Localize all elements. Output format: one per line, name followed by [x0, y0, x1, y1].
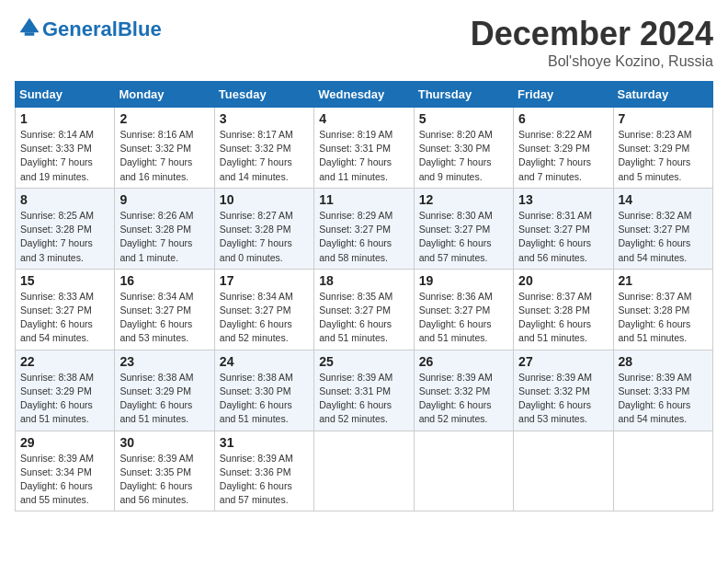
calendar-header-row: SundayMondayTuesdayWednesdayThursdayFrid… [16, 82, 713, 108]
day-info: Sunrise: 8:34 AMSunset: 3:27 PMDaylight:… [220, 290, 309, 346]
header-day-tuesday: Tuesday [214, 82, 313, 108]
calendar-table: SundayMondayTuesdayWednesdayThursdayFrid… [15, 81, 713, 511]
day-info: Sunrise: 8:37 AMSunset: 3:28 PMDaylight:… [518, 290, 608, 346]
day-info: Sunrise: 8:39 AMSunset: 3:36 PMDaylight:… [220, 452, 309, 508]
day-number: 25 [319, 354, 408, 369]
calendar-cell: 5Sunrise: 8:20 AMSunset: 3:30 PMDaylight… [414, 108, 513, 189]
calendar-cell [414, 431, 513, 511]
calendar-cell: 7Sunrise: 8:23 AMSunset: 3:29 PMDaylight… [613, 108, 712, 189]
day-info: Sunrise: 8:37 AMSunset: 3:28 PMDaylight:… [619, 290, 708, 346]
day-number: 21 [619, 273, 708, 288]
logo-text: GeneralBlue [42, 18, 162, 40]
month-title: December 2024 [471, 15, 713, 53]
day-info: Sunrise: 8:26 AMSunset: 3:28 PMDaylight:… [119, 209, 209, 265]
header: GeneralBlue December 2024 Bol'shoye Kozi… [15, 15, 713, 70]
day-number: 16 [119, 273, 209, 288]
day-info: Sunrise: 8:39 AMSunset: 3:32 PMDaylight:… [419, 371, 508, 427]
calendar-week-row: 15Sunrise: 8:33 AMSunset: 3:27 PMDayligh… [16, 269, 713, 350]
calendar-cell: 20Sunrise: 8:37 AMSunset: 3:28 PMDayligh… [514, 269, 613, 350]
day-info: Sunrise: 8:35 AMSunset: 3:27 PMDaylight:… [319, 290, 408, 346]
day-number: 8 [20, 192, 109, 207]
calendar-cell: 19Sunrise: 8:36 AMSunset: 3:27 PMDayligh… [414, 269, 513, 350]
day-number: 11 [319, 192, 408, 207]
calendar-cell: 1Sunrise: 8:14 AMSunset: 3:33 PMDaylight… [16, 108, 115, 189]
calendar-cell: 18Sunrise: 8:35 AMSunset: 3:27 PMDayligh… [314, 269, 414, 350]
day-number: 7 [619, 111, 708, 126]
day-info: Sunrise: 8:36 AMSunset: 3:27 PMDaylight:… [419, 290, 508, 346]
calendar-cell [514, 431, 613, 511]
day-info: Sunrise: 8:19 AMSunset: 3:31 PMDaylight:… [319, 128, 408, 184]
day-number: 26 [419, 354, 508, 369]
calendar-week-row: 1Sunrise: 8:14 AMSunset: 3:33 PMDaylight… [16, 108, 713, 189]
header-day-friday: Friday [514, 82, 613, 108]
day-number: 15 [20, 273, 109, 288]
day-number: 3 [220, 111, 309, 126]
day-info: Sunrise: 8:39 AMSunset: 3:33 PMDaylight:… [619, 371, 708, 427]
header-day-saturday: Saturday [613, 82, 712, 108]
day-info: Sunrise: 8:20 AMSunset: 3:30 PMDaylight:… [419, 128, 508, 184]
svg-rect-1 [25, 32, 35, 36]
calendar-cell: 24Sunrise: 8:38 AMSunset: 3:30 PMDayligh… [214, 350, 313, 431]
day-info: Sunrise: 8:39 AMSunset: 3:32 PMDaylight:… [518, 371, 608, 427]
calendar-cell: 9Sunrise: 8:26 AMSunset: 3:28 PMDaylight… [115, 188, 214, 269]
day-number: 10 [220, 192, 309, 207]
calendar-cell: 25Sunrise: 8:39 AMSunset: 3:31 PMDayligh… [314, 350, 414, 431]
day-info: Sunrise: 8:33 AMSunset: 3:27 PMDaylight:… [20, 290, 109, 346]
day-info: Sunrise: 8:14 AMSunset: 3:33 PMDaylight:… [20, 128, 109, 184]
day-info: Sunrise: 8:27 AMSunset: 3:28 PMDaylight:… [220, 209, 309, 265]
calendar-cell: 14Sunrise: 8:32 AMSunset: 3:27 PMDayligh… [613, 188, 712, 269]
calendar-cell: 11Sunrise: 8:29 AMSunset: 3:27 PMDayligh… [314, 188, 414, 269]
day-number: 29 [20, 435, 109, 450]
day-info: Sunrise: 8:25 AMSunset: 3:28 PMDaylight:… [20, 209, 109, 265]
day-info: Sunrise: 8:38 AMSunset: 3:29 PMDaylight:… [119, 371, 209, 427]
day-info: Sunrise: 8:39 AMSunset: 3:35 PMDaylight:… [119, 452, 209, 508]
logo-general: General [42, 17, 118, 40]
day-info: Sunrise: 8:17 AMSunset: 3:32 PMDaylight:… [220, 128, 309, 184]
calendar-cell: 31Sunrise: 8:39 AMSunset: 3:36 PMDayligh… [214, 431, 313, 511]
calendar-cell: 21Sunrise: 8:37 AMSunset: 3:28 PMDayligh… [613, 269, 712, 350]
calendar-cell: 12Sunrise: 8:30 AMSunset: 3:27 PMDayligh… [414, 188, 513, 269]
logo: GeneralBlue [15, 15, 162, 44]
calendar-week-row: 8Sunrise: 8:25 AMSunset: 3:28 PMDaylight… [16, 188, 713, 269]
day-info: Sunrise: 8:31 AMSunset: 3:27 PMDaylight:… [518, 209, 608, 265]
day-number: 22 [20, 354, 109, 369]
day-number: 18 [319, 273, 408, 288]
logo-blue: Blue [118, 17, 162, 40]
calendar-cell: 6Sunrise: 8:22 AMSunset: 3:29 PMDaylight… [514, 108, 613, 189]
header-day-wednesday: Wednesday [314, 82, 414, 108]
calendar-cell: 13Sunrise: 8:31 AMSunset: 3:27 PMDayligh… [514, 188, 613, 269]
header-day-sunday: Sunday [16, 82, 115, 108]
calendar-cell: 15Sunrise: 8:33 AMSunset: 3:27 PMDayligh… [16, 269, 115, 350]
day-info: Sunrise: 8:39 AMSunset: 3:34 PMDaylight:… [20, 452, 109, 508]
calendar-cell: 29Sunrise: 8:39 AMSunset: 3:34 PMDayligh… [16, 431, 115, 511]
calendar-cell: 17Sunrise: 8:34 AMSunset: 3:27 PMDayligh… [214, 269, 313, 350]
calendar-cell: 2Sunrise: 8:16 AMSunset: 3:32 PMDaylight… [115, 108, 214, 189]
calendar-cell [613, 431, 712, 511]
day-number: 17 [220, 273, 309, 288]
day-info: Sunrise: 8:32 AMSunset: 3:27 PMDaylight:… [619, 209, 708, 265]
day-info: Sunrise: 8:34 AMSunset: 3:27 PMDaylight:… [119, 290, 209, 346]
calendar-week-row: 22Sunrise: 8:38 AMSunset: 3:29 PMDayligh… [16, 350, 713, 431]
day-number: 31 [220, 435, 309, 450]
day-number: 13 [518, 192, 608, 207]
day-info: Sunrise: 8:16 AMSunset: 3:32 PMDaylight:… [119, 128, 209, 184]
calendar-cell: 16Sunrise: 8:34 AMSunset: 3:27 PMDayligh… [115, 269, 214, 350]
calendar-cell: 30Sunrise: 8:39 AMSunset: 3:35 PMDayligh… [115, 431, 214, 511]
calendar-cell: 22Sunrise: 8:38 AMSunset: 3:29 PMDayligh… [16, 350, 115, 431]
day-number: 5 [419, 111, 508, 126]
calendar-cell [314, 431, 414, 511]
day-number: 24 [220, 354, 309, 369]
day-number: 2 [119, 111, 209, 126]
day-number: 28 [619, 354, 708, 369]
day-number: 20 [518, 273, 608, 288]
calendar-body: 1Sunrise: 8:14 AMSunset: 3:33 PMDaylight… [16, 108, 713, 511]
calendar-cell: 28Sunrise: 8:39 AMSunset: 3:33 PMDayligh… [613, 350, 712, 431]
location-title: Bol'shoye Kozino, Russia [471, 53, 713, 70]
day-info: Sunrise: 8:22 AMSunset: 3:29 PMDaylight:… [518, 128, 608, 184]
day-info: Sunrise: 8:38 AMSunset: 3:30 PMDaylight:… [220, 371, 309, 427]
day-number: 23 [119, 354, 209, 369]
day-info: Sunrise: 8:30 AMSunset: 3:27 PMDaylight:… [419, 209, 508, 265]
header-day-thursday: Thursday [414, 82, 513, 108]
day-number: 30 [119, 435, 209, 450]
day-info: Sunrise: 8:29 AMSunset: 3:27 PMDaylight:… [319, 209, 408, 265]
